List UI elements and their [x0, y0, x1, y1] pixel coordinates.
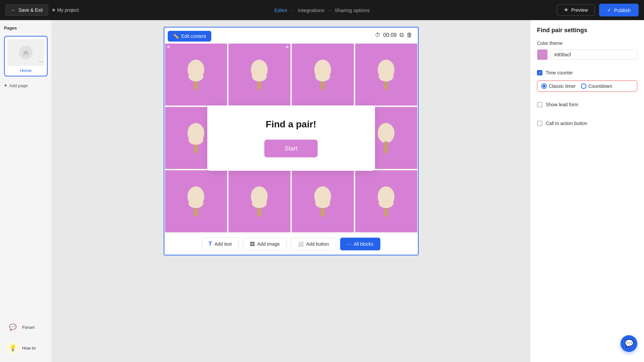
add-text-label: Add text [214, 241, 231, 247]
color-swatch[interactable] [537, 49, 548, 60]
game-container: ✏️ Edit content Moves: 0 ⏱ 00:09 ⧉ 🗑 [164, 27, 419, 255]
svg-point-2 [189, 71, 203, 81]
svg-point-11 [379, 71, 393, 81]
grid-cell-4[interactable] [355, 43, 418, 106]
nav-integrations[interactable]: Integrations [298, 7, 324, 13]
nav-center: Editor → Integrations → Sharing options [274, 7, 370, 13]
grid-cell-11[interactable] [291, 170, 355, 233]
svg-point-26 [252, 198, 267, 208]
main-content: Pages ··· Home + Add page 💬 Forum 💡 How … [0, 20, 644, 362]
sidebar-tool-forum[interactable]: 💬 Forum [4, 318, 48, 336]
color-text-input[interactable] [550, 50, 637, 60]
grid-cell-9[interactable] [164, 170, 228, 233]
all-blocks-label: All blocks [354, 241, 373, 247]
edit-content-button[interactable]: ✏️ Edit content [168, 31, 212, 42]
edit-content-label: Edit content [181, 34, 206, 39]
page-thumb-icon [19, 46, 33, 59]
add-page-button[interactable]: + Add page [4, 80, 48, 90]
copy-icon[interactable]: ⧉ [399, 32, 404, 39]
page-item-home[interactable]: ··· Home [4, 36, 48, 76]
all-blocks-button[interactable]: ··· All blocks [340, 238, 381, 250]
show-lead-form-section: Show lead form [537, 99, 637, 111]
publish-button[interactable]: ✓ Publish [599, 4, 639, 16]
dot-icon [52, 9, 55, 11]
howto-icon: 💡 [7, 342, 19, 354]
howto-label: How to [22, 346, 36, 351]
classic-timer-radio[interactable] [541, 83, 547, 89]
svg-point-5 [252, 71, 267, 81]
nav-arrow-2: → [327, 7, 332, 13]
check-icon: ✓ [607, 7, 611, 13]
grid-cell-2[interactable] [228, 43, 291, 106]
forum-icon: 💬 [7, 321, 19, 333]
eye-icon: 👁 [564, 7, 569, 13]
svg-rect-20 [384, 141, 388, 153]
add-page-label: Add page [9, 83, 28, 88]
add-image-button[interactable]: 🖼 Add image [243, 238, 287, 250]
color-theme-section: Color theme [537, 41, 637, 60]
clock-icon: ⏱ [375, 32, 380, 38]
canvas-area: ✏️ Edit content Moves: 0 ⏱ 00:09 ⧉ 🗑 [52, 20, 530, 362]
plus-icon: + [4, 82, 7, 88]
start-button[interactable]: Start [264, 139, 317, 157]
svg-point-8 [315, 71, 330, 81]
trash-icon[interactable]: 🗑 [407, 32, 413, 39]
time-counter-section: ✓ Time counter Classic timer Countdown [537, 67, 637, 92]
color-theme-label: Color theme [537, 41, 637, 46]
grid-cell-10[interactable] [228, 170, 291, 233]
nav-arrow-1: → [290, 7, 295, 13]
nav-right: 👁 Preview ✓ Publish [557, 4, 639, 16]
panel-title: Find pair settings [537, 27, 637, 34]
grid-cell-12[interactable] [355, 170, 418, 233]
right-panel: Find pair settings Color theme ✓ Time co… [530, 20, 644, 362]
time-counter-checkbox[interactable]: ✓ [537, 70, 542, 75]
call-to-action-section: Call to action button [537, 117, 637, 129]
grid-cell-3[interactable] [291, 43, 355, 106]
button-icon: ⬜ [298, 241, 304, 247]
color-input-row [537, 49, 637, 60]
svg-point-14 [189, 135, 203, 145]
sidebar-title: Pages [4, 25, 48, 31]
call-to-action-row: Call to action button [537, 117, 637, 129]
sidebar-bottom: 💬 Forum 💡 How to [4, 318, 48, 357]
add-button-button[interactable]: ⬜ Add button [291, 238, 336, 250]
grid-cell-1[interactable] [164, 43, 228, 106]
chat-fab-button[interactable]: 💬 [621, 335, 637, 352]
add-image-label: Add image [257, 241, 280, 247]
overlay-title: Find a pair! [227, 119, 355, 129]
pencil-icon: ✏️ [173, 34, 179, 39]
preview-button[interactable]: 👁 Preview [557, 4, 595, 16]
countdown-label: Countdown [588, 83, 612, 89]
timer-icons: ⧉ 🗑 [399, 32, 413, 39]
time-counter-row: ✓ Time counter [537, 67, 637, 79]
nav-sharing-options[interactable]: Sharing options [335, 7, 370, 13]
add-button-label: Add button [306, 241, 329, 247]
svg-point-32 [379, 198, 393, 208]
game-overlay: Find a pair! Start [207, 105, 375, 171]
page-more-button[interactable]: ··· [39, 59, 43, 65]
call-to-action-checkbox[interactable] [537, 121, 542, 126]
add-text-button[interactable]: T Add text [202, 237, 239, 251]
svg-point-23 [189, 198, 203, 208]
classic-timer-label: Classic timer [549, 83, 576, 89]
show-lead-form-label: Show lead form [546, 102, 578, 107]
sidebar-tool-howto[interactable]: 💡 How to [4, 339, 48, 357]
forum-label: Forum [22, 325, 35, 330]
timer-area: ⏱ 00:09 ⧉ 🗑 [375, 32, 412, 39]
timer-type-radio-group: Classic timer Countdown [537, 80, 637, 92]
timer-display: 00:09 [383, 32, 396, 38]
countdown-option[interactable]: Countdown [581, 83, 612, 89]
show-lead-form-row: Show lead form [537, 99, 637, 111]
back-arrow-icon: ← [11, 7, 16, 13]
time-counter-label: Time counter [546, 70, 573, 75]
countdown-radio[interactable] [581, 83, 586, 89]
nav-editor[interactable]: Editor [274, 7, 287, 13]
show-lead-form-checkbox[interactable] [537, 102, 542, 107]
top-nav: ← Save & Exit My project Editor → Integr… [0, 0, 644, 20]
bottom-toolbar: T Add text 🖼 Add image ⬜ Add button ··· … [164, 233, 418, 255]
nav-left: ← Save & Exit My project [5, 4, 79, 16]
call-to-action-label: Call to action button [546, 121, 587, 126]
save-exit-button[interactable]: ← Save & Exit [5, 4, 48, 16]
page-home-label: Home [7, 68, 44, 73]
classic-timer-option[interactable]: Classic timer [541, 83, 576, 89]
